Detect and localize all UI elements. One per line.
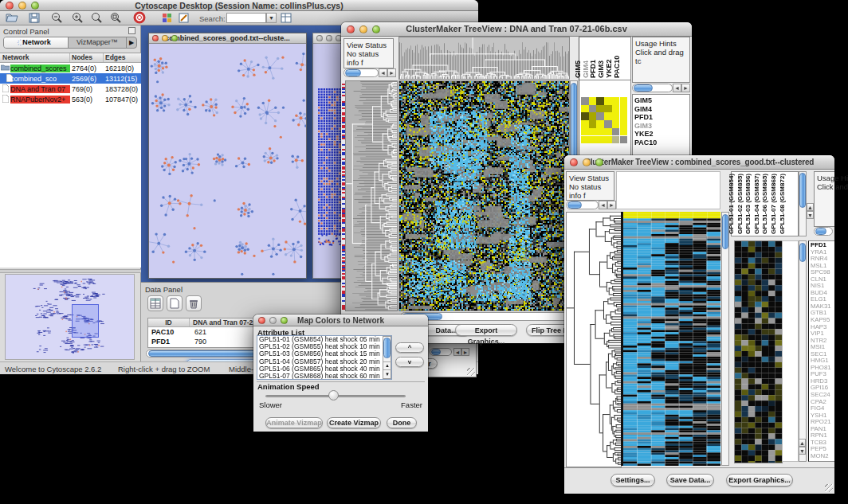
annotation-icon[interactable] [177,11,191,25]
close-icon[interactable] [316,35,323,41]
tab-vizmapper[interactable]: VizMapper™ [69,37,126,48]
zoom-window-icon[interactable] [372,25,380,33]
attribute-item[interactable]: GPL51-07 (GSM868) heat shock 60 min [259,373,391,380]
close-icon[interactable] [6,2,14,10]
gene-label[interactable]: GIM3 [634,122,689,131]
gene-label[interactable]: PAC10 [634,139,689,147]
column-dendrogram[interactable] [398,37,570,80]
heatmap-canvas[interactable] [398,80,570,311]
save-data--button[interactable]: Save Data... [666,474,714,486]
fragment-scroll-right[interactable]: ► [461,348,469,356]
minimize-icon[interactable] [326,35,332,41]
module-vscrollbar[interactable]: ▲ ▼ [799,240,807,462]
col-header-nodes[interactable]: Nodes [70,53,104,62]
resize-grip[interactable] [467,368,475,376]
zoom-window-icon[interactable] [31,2,39,10]
new-attribute-icon[interactable] [167,295,183,311]
close-icon[interactable] [347,25,355,33]
zoom-selected-icon[interactable] [89,11,104,25]
network-row[interactable]: combined_scores2764(0)16218(0) [0,63,141,73]
network-row[interactable]: DNA and Tran 07769(0)183728(0) [0,84,141,94]
treeview2-titlebar[interactable]: ClusterMaker TreeView : combined_scores_… [564,155,834,170]
row-dendrogram[interactable] [566,212,622,467]
zoom-window-icon[interactable] [171,35,178,41]
resize-grip[interactable] [825,484,833,492]
heatmap-vscrollbar[interactable] [721,212,729,466]
gene-label[interactable]: MON2 [811,453,834,460]
close-icon[interactable] [570,158,578,166]
search-dropdown[interactable]: ▼ [266,13,277,23]
network-row[interactable]: RNAPuberNov2+563(0)107847(0) [0,94,141,104]
save-icon[interactable] [27,11,41,25]
col-header-edges[interactable]: Edges [104,53,141,62]
tab-overflow-arrow[interactable]: ▶ [126,37,136,48]
help-ring-icon[interactable] [132,11,147,25]
correlation-matrix[interactable] [581,97,627,143]
data-col-id[interactable]: ID [148,318,190,326]
zoom-window-icon[interactable] [595,158,603,166]
fragment-scroll-left[interactable]: ◄ [453,348,461,356]
view-status-scrollbar[interactable] [566,201,599,209]
scroll-up[interactable]: ▲ [807,203,814,211]
col-header-network[interactable]: Network [0,53,70,62]
delete-attribute-icon[interactable] [186,295,202,311]
panel-divider[interactable] [0,269,141,273]
usage-hints-scrollbar[interactable] [814,227,833,236]
zoom-window-icon[interactable] [281,317,288,324]
gene-label[interactable]: GIM5 [634,96,689,105]
minimize-icon[interactable] [162,35,168,41]
attribute-browser-icon[interactable] [279,11,293,25]
speed-slider-thumb[interactable] [328,390,339,400]
scroll-right[interactable]: ► [387,68,396,77]
search-input[interactable] [226,13,266,23]
scroll-up[interactable]: ▲ [799,439,806,447]
gene-label[interactable]: YKE2 [634,130,689,139]
attribute-list-scrollbar[interactable]: ▲ ▼ [383,336,391,379]
control-panel-float-icon[interactable] [128,27,135,34]
tab-network[interactable]: ҉ Network [4,37,69,48]
fragment-scrollbar[interactable] [430,348,452,356]
minimize-icon[interactable] [359,25,367,33]
close-icon[interactable] [152,35,159,41]
cytoscape-titlebar[interactable]: Cytoscape Desktop (Session Name: collins… [0,0,478,11]
scroll-up[interactable]: ▲ [383,361,391,369]
minimize-icon[interactable] [269,317,277,324]
row-dendrogram[interactable] [345,80,398,311]
zoom-fit-icon[interactable] [108,11,123,25]
minimize-icon[interactable] [583,158,591,166]
move-down-button[interactable]: v [395,357,424,367]
open-icon[interactable] [5,11,19,25]
network-row[interactable]: combined_sco2569(6)13112(15) [0,73,141,84]
scroll-left[interactable]: ◄ [379,68,387,77]
scroll-right[interactable]: ► [607,201,616,209]
network-canvas[interactable] [149,44,306,278]
export-graphics--button[interactable]: Export Graphics... [726,474,793,486]
move-up-button[interactable]: ^ [395,342,424,353]
vizmapper-icon[interactable] [159,11,174,25]
export-graphics--button[interactable]: Export Graphics... [455,324,517,336]
animate-vizmap-button[interactable]: Animate Vizmap [265,417,323,428]
usage-hints-scrollbar[interactable] [632,84,673,92]
dialog-titlebar[interactable]: Map Colors to Network [253,315,428,326]
zoom-in-icon[interactable] [70,11,84,25]
gene-label[interactable]: PFD1 [634,113,689,122]
scroll-right[interactable]: ► [681,84,690,92]
view-status-scrollbar[interactable] [344,68,379,77]
close-icon[interactable] [258,317,265,324]
scroll-down[interactable]: ▼ [807,211,814,219]
settings--button[interactable]: Settings... [610,474,655,486]
zoom-out-icon[interactable] [49,11,64,25]
network-frame[interactable]: combined_scores_good.txt--cluste... [148,33,307,279]
heatmap-canvas[interactable] [623,212,720,466]
birdseye-view[interactable] [5,274,135,360]
gene-label[interactable]: GIM4 [634,105,689,114]
done-button[interactable]: Done [387,417,417,428]
scroll-down[interactable]: ▼ [383,369,391,378]
scroll-left[interactable]: ◄ [599,201,607,209]
module-heatmap-canvas[interactable] [734,240,783,463]
column-labels-scrollbar[interactable] [799,171,807,236]
treeview1-titlebar[interactable]: ClusterMaker TreeView : DNA and Tran 07-… [341,22,692,37]
scroll-left[interactable]: ◄ [673,84,681,92]
minimize-icon[interactable] [18,2,26,10]
scroll-down[interactable]: ▼ [799,447,806,455]
